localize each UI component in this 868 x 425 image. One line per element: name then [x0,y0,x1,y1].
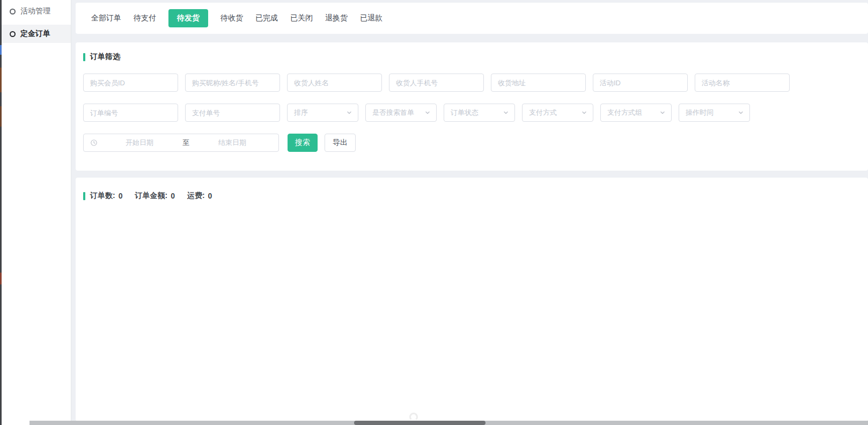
tab-closed[interactable]: 已关闭 [290,9,313,27]
chevron-down-icon [581,109,587,116]
end-date-placeholder[interactable]: 结束日期 [193,138,272,148]
filter-row-1 [83,74,868,92]
loading-icon [409,413,418,421]
payment-method-select[interactable]: 支付方式 [522,104,593,122]
stat-order-amount: 订单金额: 0 [135,191,174,201]
sidebar-item-deposit-orders[interactable]: 定金订单 [2,25,71,43]
stat-label: 订单数: [90,191,115,201]
circle-icon [10,31,16,37]
horizontal-scrollbar-thumb[interactable] [354,421,486,425]
circle-icon [10,9,16,14]
order-filter-card: 订单筛选 排序 是否搜索首单 [76,42,868,171]
select-placeholder: 支付方式组 [607,108,642,118]
stat-shipping-fee: 运费: 0 [187,191,212,201]
chevron-down-icon [659,109,666,116]
stat-value: 0 [171,192,175,200]
tab-all-orders[interactable]: 全部订单 [91,9,121,27]
sidebar-item-label: 定金订单 [20,29,50,39]
operation-time-select[interactable]: 操作时间 [679,104,750,122]
select-placeholder: 支付方式 [529,108,557,118]
search-first-order-select[interactable]: 是否搜索首单 [365,104,437,122]
stat-order-count: 订单数: 0 [90,191,122,201]
filter-row-3: 开始日期 至 结束日期 搜索 导出 [83,134,868,152]
receiver-phone-input[interactable] [389,74,484,92]
background-window-fragment [0,68,2,92]
sidebar-item-label: 活动管理 [20,6,50,16]
background-window-fragment [0,45,2,55]
chevron-down-icon [503,109,509,116]
activity-id-input[interactable] [593,74,688,92]
date-range-picker[interactable]: 开始日期 至 结束日期 [83,134,279,152]
tab-completed[interactable]: 已完成 [255,9,278,27]
stat-value: 0 [208,192,212,200]
chevron-down-icon [738,109,744,116]
tab-refunded[interactable]: 已退款 [360,9,382,27]
receiver-address-input[interactable] [491,74,586,92]
clock-icon [90,139,98,146]
tab-pending-payment[interactable]: 待支付 [134,9,156,27]
payment-number-input[interactable] [185,104,280,122]
background-window-sliver [0,0,2,425]
background-window-fragment [0,273,2,284]
section-accent-bar [83,192,85,200]
order-status-select[interactable]: 订单状态 [444,104,515,122]
search-button[interactable]: 搜索 [288,134,318,152]
main-content: 全部订单 待支付 待发货 待收货 已完成 已关闭 退换货 已退款 订单筛选 排序 [76,0,868,425]
select-placeholder: 操作时间 [686,108,713,118]
export-button[interactable]: 导出 [325,134,356,152]
chevron-down-icon [346,109,352,116]
stat-label: 运费: [187,191,205,201]
horizontal-scrollbar[interactable] [30,421,868,425]
select-placeholder: 是否搜索首单 [372,108,414,118]
activity-name-input[interactable] [695,74,790,92]
start-date-placeholder[interactable]: 开始日期 [100,138,179,148]
select-placeholder: 订单状态 [451,108,479,118]
date-range-separator: 至 [179,138,193,148]
tab-return-exchange[interactable]: 退换货 [325,9,348,27]
stat-value: 0 [119,192,123,200]
sidebar-item-activity-management[interactable]: 活动管理 [2,2,71,20]
section-accent-bar [83,53,85,61]
order-number-input[interactable] [83,104,178,122]
sidebar: 活动管理 定金订单 [2,0,71,425]
chevron-down-icon [424,109,431,116]
tab-pending-receipt[interactable]: 待收货 [220,9,243,27]
receiver-name-input[interactable] [287,74,382,92]
filter-row-2: 排序 是否搜索首单 订单状态 支付方式 [83,104,868,122]
buyer-nickname-input[interactable] [185,74,280,92]
filter-section-title: 订单筛选 [83,52,868,62]
order-status-tabs: 全部订单 待支付 待发货 待收货 已完成 已关闭 退换货 已退款 [76,3,868,34]
tab-pending-shipment[interactable]: 待发货 [168,9,208,27]
filter-title-text: 订单筛选 [90,52,120,62]
buyer-member-id-input[interactable] [83,74,178,92]
background-window-fragment [0,106,2,127]
payment-method-group-select[interactable]: 支付方式组 [600,104,672,122]
stat-label: 订单金额: [135,191,167,201]
order-results-card: 订单数: 0 订单金额: 0 运费: 0 [76,178,868,421]
sort-select[interactable]: 排序 [287,104,358,122]
select-placeholder: 排序 [294,108,308,118]
order-summary-stats: 订单数: 0 订单金额: 0 运费: 0 [83,191,868,201]
